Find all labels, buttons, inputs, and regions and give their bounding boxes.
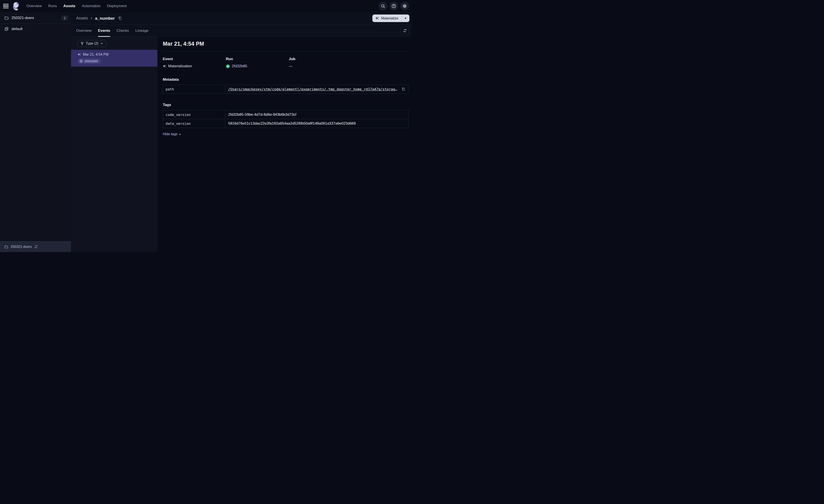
search-icon bbox=[381, 4, 385, 8]
job-value: — bbox=[289, 64, 293, 69]
copy-asset-name-button[interactable] bbox=[118, 16, 122, 20]
breadcrumb: Assets a_number bbox=[76, 16, 122, 21]
nav-item-overview[interactable]: Overview bbox=[26, 4, 42, 8]
run-column-header: Run bbox=[226, 57, 289, 61]
tag-value: 2fd32b85-59be-4d7d-8d6e-943b6b3d73cf bbox=[228, 113, 296, 117]
event-type-filter-button[interactable]: Type (2) bbox=[78, 40, 106, 47]
metadata-path-link[interactable]: /Users/smackesey/stm/code/elementl/exper… bbox=[228, 87, 398, 91]
copy-icon bbox=[118, 16, 122, 20]
nav-item-assets[interactable]: Assets bbox=[64, 4, 76, 8]
dagster-logo-icon[interactable] bbox=[11, 1, 21, 11]
sidebar-item-label: default bbox=[11, 27, 22, 31]
run-success-check-icon bbox=[226, 64, 230, 69]
chevron-right-icon bbox=[90, 17, 93, 20]
caret-down-icon bbox=[404, 18, 407, 19]
materialization-sparkle-icon bbox=[376, 16, 379, 20]
refresh-icon bbox=[34, 245, 38, 249]
sidebar-group-count-badge: 1 bbox=[62, 15, 68, 20]
settings-button[interactable] bbox=[400, 2, 409, 10]
event-column-header: Event bbox=[163, 57, 226, 61]
materialize-split-button: Materialize bbox=[373, 14, 409, 22]
tag-key: data_version bbox=[163, 119, 225, 128]
breadcrumb-assets-link[interactable]: Assets bbox=[76, 16, 88, 20]
event-type-value: Materialization bbox=[168, 64, 192, 69]
tab-events[interactable]: Events bbox=[98, 25, 110, 36]
metadata-heading: Metadata bbox=[163, 78, 409, 82]
asset-tabs: Overview Events Checks Lineage bbox=[71, 25, 412, 37]
filter-funnel-icon bbox=[81, 42, 84, 45]
tags-heading: Tags bbox=[163, 103, 409, 107]
tag-value: 5816d76e51c13dac22e3fa182a654aa2d526fb50… bbox=[228, 121, 356, 126]
tags-row-code-version: code_version 2fd32b85-59be-4d7d-8d6e-943… bbox=[163, 110, 408, 119]
search-button[interactable] bbox=[379, 2, 387, 10]
asset-sidebar: 250321-dvers 1 default bbox=[0, 12, 71, 252]
nav-item-runs[interactable]: Runs bbox=[48, 4, 57, 8]
tags-row-data-version: data_version 5816d76e51c13dac22e3fa182a6… bbox=[163, 119, 408, 128]
tab-overview[interactable]: Overview bbox=[76, 25, 92, 36]
folder-icon bbox=[4, 16, 9, 20]
hide-tags-label: Hide tags bbox=[163, 132, 178, 136]
code-location-label: 250321-dvers bbox=[11, 245, 32, 249]
sidebar-group-250321-dvers[interactable]: 250321-dvers 1 bbox=[0, 12, 71, 24]
event-item-timestamp: Mar 21, 4:54 PM bbox=[83, 52, 108, 56]
asset-name: a_number bbox=[95, 16, 115, 21]
top-nav: Overview Runs Assets Automation Deployme… bbox=[0, 0, 412, 12]
nav-item-automation[interactable]: Automation bbox=[82, 4, 100, 8]
materialization-sparkle-icon bbox=[78, 53, 81, 56]
tags-table: code_version 2fd32b85-59be-4d7d-8d6e-943… bbox=[163, 110, 409, 128]
caret-up-icon bbox=[179, 134, 181, 135]
copy-icon bbox=[402, 87, 405, 91]
event-type-filter-label: Type (2) bbox=[86, 41, 99, 45]
sidebar-group-label: 250321-dvers bbox=[11, 16, 34, 20]
event-list-item-selected[interactable]: Mar 21, 4:54 PM 2fd32b85 bbox=[71, 50, 158, 67]
event-detail-title: Mar 21, 4:54 PM bbox=[163, 41, 409, 47]
metadata-row-path: path /Users/smackesey/stm/code/elementl/… bbox=[163, 85, 408, 94]
tab-checks[interactable]: Checks bbox=[117, 25, 129, 36]
events-list-panel: Type (2) bbox=[71, 37, 158, 252]
job-column-header: Job bbox=[289, 57, 352, 61]
event-item-run-id: 2fd32b85 bbox=[84, 59, 98, 63]
run-status-circle-dot-icon bbox=[80, 59, 83, 63]
hide-tags-link[interactable]: Hide tags bbox=[163, 132, 181, 136]
primary-nav: Overview Runs Assets Automation Deployme… bbox=[26, 4, 127, 8]
refresh-icon bbox=[403, 28, 407, 33]
metadata-key: path bbox=[163, 85, 225, 94]
copy-path-button[interactable] bbox=[402, 87, 405, 91]
dagster-app: Overview Runs Assets Automation Deployme… bbox=[0, 0, 412, 252]
sidebar-item-default[interactable]: default bbox=[0, 24, 71, 34]
help-icon bbox=[391, 4, 396, 8]
materialize-dropdown-button[interactable] bbox=[402, 14, 409, 22]
event-detail-panel: Mar 21, 4:54 PM Event bbox=[158, 37, 412, 252]
reload-location-button[interactable] bbox=[34, 245, 38, 249]
chevron-down-icon bbox=[100, 42, 103, 45]
metadata-table: path /Users/smackesey/stm/code/elementl/… bbox=[163, 85, 409, 94]
tag-key: code_version bbox=[163, 110, 225, 119]
materialization-sparkle-icon bbox=[163, 65, 166, 68]
materialize-button[interactable]: Materialize bbox=[373, 14, 401, 22]
folder-icon bbox=[4, 245, 8, 249]
help-button[interactable] bbox=[390, 2, 398, 10]
materialize-label: Materialize bbox=[381, 16, 398, 20]
top-nav-actions bbox=[379, 2, 409, 10]
event-item-run-pill[interactable]: 2fd32b85 bbox=[78, 58, 101, 64]
nav-item-deployment[interactable]: Deployment bbox=[107, 4, 127, 8]
sidebar-footer: 250321-dvers bbox=[0, 241, 71, 252]
run-id-link[interactable]: 2fd32b85 bbox=[232, 64, 247, 69]
asset-header: Assets a_number bbox=[71, 12, 412, 25]
asset-group-icon bbox=[4, 27, 9, 31]
tab-lineage[interactable]: Lineage bbox=[135, 25, 148, 36]
refresh-events-button[interactable] bbox=[401, 27, 409, 35]
gear-icon bbox=[402, 4, 407, 8]
hamburger-menu-icon[interactable] bbox=[3, 4, 9, 8]
